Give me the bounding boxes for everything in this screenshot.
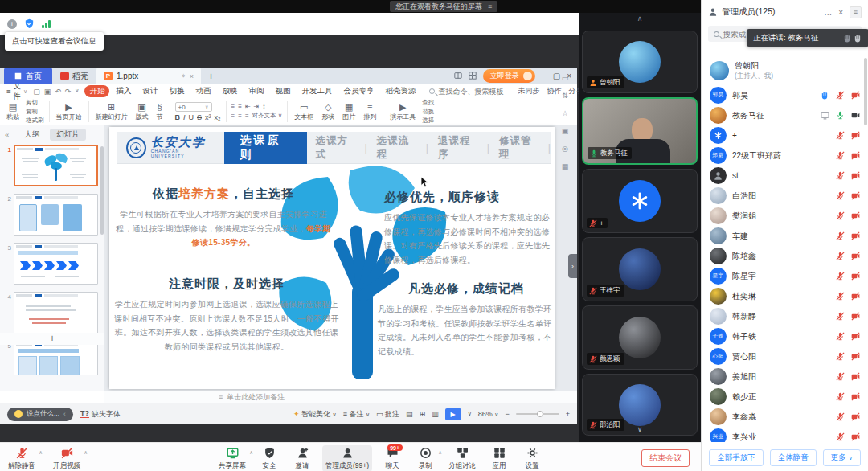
- control-settings[interactable]: 设置: [519, 445, 545, 471]
- menu-tab-设计[interactable]: 设计: [137, 85, 162, 97]
- participant-row[interactable]: 白浩阳: [702, 186, 868, 206]
- participant-row[interactable]: 心阳贾心阳: [702, 346, 868, 367]
- panel-more-icon[interactable]: …: [824, 8, 832, 17]
- view-read-icon[interactable]: ▥: [432, 410, 439, 418]
- wps-minimize-icon[interactable]: −: [542, 72, 547, 80]
- ribbon-find-button[interactable]: 查找: [422, 99, 434, 107]
- control-apps[interactable]: 应用: [486, 445, 512, 471]
- panel-close-icon[interactable]: ×: [838, 8, 843, 17]
- video-tile-颜思颖[interactable]: 颜思颖: [582, 305, 698, 370]
- ribbon-select-button[interactable]: 选择: [422, 117, 434, 125]
- participant-row[interactable]: 郑蔚22级工班郑蔚: [702, 145, 868, 166]
- font-size-box[interactable]: +0∨: [175, 102, 212, 112]
- line-spacing-icon[interactable]: ↕: [262, 103, 265, 110]
- ribbon-arrange-button[interactable]: ≡排列: [362, 102, 378, 121]
- participant-row[interactable]: 教务马征: [702, 105, 868, 125]
- video-tile-+[interactable]: +: [582, 169, 698, 233]
- menu-tab-视图[interactable]: 视图: [270, 85, 295, 97]
- control-breakout[interactable]: 分组讨论: [445, 445, 479, 471]
- menu-tab-稻壳资源[interactable]: 稻壳资源: [380, 85, 420, 97]
- properties-icon[interactable]: ▭: [562, 74, 569, 82]
- chevron-up-icon[interactable]: ∧: [249, 449, 253, 456]
- ribbon-section-button[interactable]: §节: [155, 102, 165, 121]
- favorites-icon[interactable]: ☆: [562, 109, 568, 117]
- chevron-down-icon[interactable]: ∨: [75, 88, 79, 96]
- video-tile-王梓宇[interactable]: 王梓宇: [582, 237, 698, 301]
- redo-icon[interactable]: ↷: [65, 88, 72, 96]
- ribbon-new_slide-button[interactable]: ⊞新建幻灯片: [94, 102, 129, 121]
- participant-row[interactable]: 陈培鑫: [702, 246, 868, 266]
- comment-button[interactable]: ▭ 批注: [376, 409, 399, 420]
- missing-font-warning[interactable]: T?缺失字体: [80, 409, 121, 420]
- slide-preview[interactable]: [14, 341, 98, 375]
- view-grid-icon[interactable]: ⊞: [420, 410, 426, 418]
- underline-button[interactable]: U: [189, 113, 194, 121]
- ribbon-cut-button[interactable]: 剪切: [26, 99, 44, 107]
- ribbon-paste-button[interactable]: ▤粘贴: [5, 102, 21, 121]
- notes-more-icon[interactable]: …: [562, 393, 577, 401]
- zoom-out-button[interactable]: −: [505, 410, 509, 418]
- banner-menu-icon[interactable]: ≡: [488, 1, 492, 12]
- video-tile-曾朝阳[interactable]: 曾朝阳: [582, 31, 698, 93]
- network-signal-icon[interactable]: [42, 19, 51, 28]
- panel-list-mode-icon[interactable]: ≡: [850, 6, 862, 18]
- indent-icon[interactable]: ⇥: [254, 103, 260, 110]
- slide-thumbnail-1[interactable]: 1: [2, 145, 98, 186]
- superscript-button[interactable]: x²: [205, 113, 211, 121]
- control-mic-off[interactable]: 解除静音∧: [5, 445, 39, 471]
- slides-tab[interactable]: 幻灯片: [50, 129, 86, 141]
- mute-all-button[interactable]: 全体静音: [770, 449, 817, 466]
- undo-icon[interactable]: ↶: [55, 88, 61, 96]
- slide-thumbnail-4[interactable]: 4: [2, 292, 98, 334]
- ribbon-copy-button[interactable]: 复制: [26, 108, 44, 116]
- bullet-list-icon[interactable]: ≡: [231, 103, 235, 110]
- command-search-input[interactable]: [438, 88, 512, 96]
- split-view-icon[interactable]: [454, 72, 462, 81]
- participant-row[interactable]: 李鑫淼: [702, 407, 868, 427]
- participant-row[interactable]: 樊润娟: [702, 206, 868, 226]
- pin-icon[interactable]: ⌖: [182, 72, 186, 80]
- participant-row[interactable]: 姜旭阳: [702, 367, 868, 387]
- resource-icon[interactable]: ▦: [562, 162, 569, 170]
- play-slideshow-button[interactable]: ▶: [445, 408, 461, 420]
- participant-row[interactable]: 星宇陈星宇: [702, 266, 868, 286]
- slide-thumbnail-2[interactable]: 2: [2, 194, 98, 236]
- align-text-button[interactable]: 对齐文本 ∨: [252, 112, 283, 120]
- align-right-icon[interactable]: ≡: [245, 113, 249, 120]
- participant-row[interactable]: 韩新静: [702, 306, 868, 326]
- meeting-info-icon[interactable]: i: [7, 19, 17, 29]
- participant-row[interactable]: 子铁韩子铁: [702, 326, 868, 346]
- number-list-icon[interactable]: ≡: [238, 103, 242, 110]
- slide-preview[interactable]: [14, 145, 98, 186]
- control-chat[interactable]: 99+聊天: [379, 445, 405, 471]
- participant-row[interactable]: 杜奕琳: [702, 286, 868, 306]
- side-panel-handle[interactable]: ›: [568, 254, 577, 278]
- security-shield-icon[interactable]: [24, 18, 35, 29]
- ribbon-painter-button[interactable]: 格式刷: [26, 117, 44, 125]
- participant-row[interactable]: 兴业李兴业: [702, 427, 868, 442]
- menu-tab-动画[interactable]: 动画: [190, 85, 215, 97]
- slide-preview[interactable]: [14, 243, 98, 285]
- video-strip-expand-icon[interactable]: ∨: [637, 425, 643, 433]
- wps-home-tab[interactable]: 首页: [4, 68, 52, 84]
- control-members[interactable]: 管理成员(99+): [322, 445, 372, 471]
- ribbon-textbox-button[interactable]: ▭文本框: [293, 102, 315, 121]
- video-tile-教务马征[interactable]: 教务马征: [582, 97, 698, 165]
- slide-thumbnail-3[interactable]: 3: [2, 243, 98, 285]
- slide-thumbnail-5[interactable]: 5: [2, 341, 98, 375]
- login-button[interactable]: 立即登录: [483, 69, 535, 83]
- transition-icon[interactable]: ⇅: [562, 92, 568, 100]
- menu-tab-插入[interactable]: 插入: [111, 85, 136, 97]
- participant-row[interactable]: 郭昊郭昊: [702, 85, 868, 105]
- control-invite[interactable]: 邀请: [289, 445, 315, 471]
- panel-scrollbar[interactable]: [864, 58, 867, 125]
- chevron-up-icon[interactable]: ∧: [84, 449, 88, 456]
- zoom-slider[interactable]: [516, 413, 559, 415]
- italic-button[interactable]: I: [183, 113, 186, 121]
- participant-row[interactable]: st: [702, 166, 868, 186]
- ribbon-layout-button[interactable]: ▣版式: [134, 102, 150, 121]
- slide-preview[interactable]: [14, 194, 98, 236]
- participant-row[interactable]: 曾朝阳(主持人、我): [702, 56, 868, 85]
- new-doc-icon[interactable]: ▢: [33, 88, 40, 96]
- slide-preview[interactable]: [14, 292, 98, 334]
